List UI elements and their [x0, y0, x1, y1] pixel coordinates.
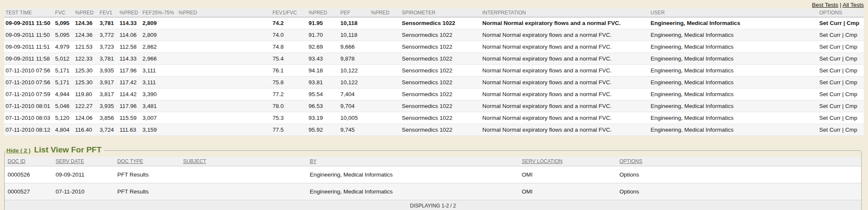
result-cell-pef: 9,745 [339, 124, 370, 136]
result-cell-spirometer: Sensormedics 1022 [401, 124, 481, 136]
results-col-user: USER [649, 8, 818, 17]
result-cell-fef25-75: 3,159 [141, 124, 177, 136]
result-cell-fef25-75: 3,111 [141, 77, 177, 88]
result-cell-options[interactable]: Set Curr | Cmp [818, 88, 864, 100]
result-cell-pef-pct-pred [370, 77, 401, 88]
result-cell-fev1-fvc-pct-pred: 95.92 [307, 124, 339, 136]
document-cell-serv-date: 07-11-2010 [53, 183, 114, 200]
results-col-fvc-pct-pred: %PRED [74, 8, 98, 17]
list-col-options[interactable]: OPTIONS [617, 157, 861, 166]
result-cell-options[interactable]: Set Curr | Cmp [818, 77, 864, 88]
result-cell-fvc-pct-pred: 122.33 [74, 53, 98, 65]
result-cell-interpretation: Normal Normal expiratory flows and a nor… [481, 100, 649, 112]
list-col-serv-date[interactable]: SERV DATE [53, 157, 114, 166]
best-tests-link[interactable]: Best Tests [812, 2, 838, 8]
result-cell-options[interactable]: Set Curr | Cmp [818, 112, 864, 124]
result-cell-fef-pct-pred [177, 29, 271, 41]
list-col-doc-id[interactable]: DOC ID [5, 157, 53, 166]
results-col-pef: PEF [339, 8, 370, 17]
result-cell-options[interactable]: Set Curr | Cmp [818, 17, 864, 29]
result-cell-user: Engineering, Medical Informatics [649, 17, 818, 29]
document-cell-by: Engineering, Medical Informatics [307, 166, 519, 183]
result-cell-fev1-fvc-pct-pred: 91.70 [307, 29, 339, 41]
result-cell-fev1-fvc-pct-pred: 93.19 [307, 112, 339, 124]
result-row: 07-11-2010 07:594,944119.803,817114.423,… [4, 88, 864, 100]
results-col-test-time: TEST TIME [4, 8, 54, 17]
result-cell-fvc: 4,804 [54, 124, 74, 136]
result-cell-spirometer: Sensormedics 1022 [401, 77, 481, 88]
results-col-options: OPTIONS [818, 8, 864, 17]
result-cell-options[interactable]: Set Curr | Cmp [818, 41, 864, 53]
result-cell-fev1-fvc-pct-pred: 93.43 [307, 53, 339, 65]
result-cell-interpretation: Normal Normal expiratory flows and a nor… [481, 124, 649, 136]
result-row: 09-09-2011 11:505,095124.363,781114.332,… [4, 17, 864, 29]
result-cell-fvc-pct-pred: 124.36 [74, 17, 98, 29]
result-cell-interpretation: Normal Normal expiratory flows and a nor… [481, 41, 649, 53]
result-cell-fev1-fvc-pct-pred: 93.81 [307, 77, 339, 88]
result-cell-fev1-pct-pred: 114.33 [118, 17, 141, 29]
result-cell-fev1-pct-pred: 117.96 [118, 65, 141, 77]
result-cell-fev1-fvc: 75.4 [271, 53, 307, 65]
result-cell-fev1: 3,935 [98, 65, 118, 77]
list-col-by[interactable]: BY [307, 157, 519, 166]
result-cell-fev1-fvc-pct-pred: 96.53 [307, 100, 339, 112]
result-cell-user: Engineering, Medical Informatics [649, 77, 818, 88]
document-row: 000052707-11-2010PFT ResultsEngineering,… [5, 183, 861, 200]
result-cell-fev1-fvc: 74.0 [271, 29, 307, 41]
results-col-fef-pct-pred: %PRED [177, 8, 271, 17]
result-cell-options[interactable]: Set Curr | Cmp [818, 100, 864, 112]
result-cell-fev1: 3,817 [98, 88, 118, 100]
result-cell-interpretation: Normal Normal expiratory flows and a nor… [481, 53, 649, 65]
result-cell-fef-pct-pred [177, 41, 271, 53]
list-col-doc-id-label[interactable]: DOC ID [8, 158, 25, 164]
result-cell-fev1: 3,935 [98, 100, 118, 112]
list-col-doc-type-label[interactable]: DOC TYPE [117, 158, 143, 164]
result-cell-fef-pct-pred [177, 77, 271, 88]
list-col-serv-date-label[interactable]: SERV DATE [56, 158, 84, 164]
result-cell-fef-pct-pred [177, 17, 271, 29]
results-col-interpretation: INTERPRETATION [481, 8, 649, 17]
list-col-subject[interactable]: SUBJECT [180, 157, 307, 166]
all-tests-link[interactable]: All Tests [843, 2, 864, 8]
list-col-serv-location[interactable]: SERV LOCATION [519, 157, 617, 166]
results-col-spirometer: SPIROMETER [401, 8, 481, 17]
document-cell-subject [180, 183, 307, 200]
result-cell-fef25-75: 2,862 [141, 41, 177, 53]
result-row: 09-09-2011 11:514,979121.533,723112.582,… [4, 41, 864, 53]
result-cell-fvc-pct-pred: 125.30 [74, 77, 98, 88]
result-cell-fef-pct-pred [177, 88, 271, 100]
result-cell-interpretation: Normal Normal expiratory flows and a nor… [481, 77, 649, 88]
result-cell-pef-pct-pred [370, 29, 401, 41]
document-cell-options[interactable]: Options [617, 166, 861, 183]
result-row: 07-11-2010 08:015,046122.273,935117.963,… [4, 100, 864, 112]
result-cell-fef-pct-pred [177, 124, 271, 136]
result-cell-test-time: 07-11-2010 07:56 [4, 65, 54, 77]
result-cell-user: Engineering, Medical Informatics [649, 88, 818, 100]
list-col-subject-label[interactable]: SUBJECT [183, 158, 206, 164]
result-cell-test-time: 09-09-2011 11:50 [4, 29, 54, 41]
result-cell-test-time: 09-09-2011 11:58 [4, 53, 54, 65]
result-cell-fvc: 4,979 [54, 41, 74, 53]
result-cell-interpretation: Normal Normal expiratory flows and a nor… [481, 88, 649, 100]
result-cell-options[interactable]: Set Curr | Cmp [818, 53, 864, 65]
hide-link[interactable]: Hide ( 2 ) [6, 147, 31, 154]
document-cell-serv-location: OMI [519, 183, 617, 200]
document-cell-options[interactable]: Options [617, 183, 861, 200]
result-cell-fev1-pct-pred: 114.06 [118, 29, 141, 41]
result-cell-fef25-75: 2,809 [141, 29, 177, 41]
result-cell-fev1-fvc: 75.3 [271, 112, 307, 124]
result-cell-pef-pct-pred [370, 41, 401, 53]
list-col-serv-location-label[interactable]: SERV LOCATION [522, 158, 562, 164]
result-cell-user: Engineering, Medical Informatics [649, 53, 818, 65]
list-col-doc-type[interactable]: DOC TYPE [114, 157, 180, 166]
result-cell-fev1-pct-pred: 117.42 [118, 77, 141, 88]
result-cell-test-time: 07-11-2010 07:59 [4, 88, 54, 100]
document-cell-doc-type: PFT Results [114, 183, 180, 200]
result-cell-options[interactable]: Set Curr | Cmp [818, 65, 864, 77]
result-cell-options[interactable]: Set Curr | Cmp [818, 29, 864, 41]
result-cell-pef: 10,118 [339, 29, 370, 41]
list-col-by-label[interactable]: BY [310, 158, 317, 164]
result-cell-fef25-75: 2,966 [141, 53, 177, 65]
result-cell-options[interactable]: Set Curr | Cmp [818, 124, 864, 136]
list-col-options-label[interactable]: OPTIONS [620, 158, 643, 164]
